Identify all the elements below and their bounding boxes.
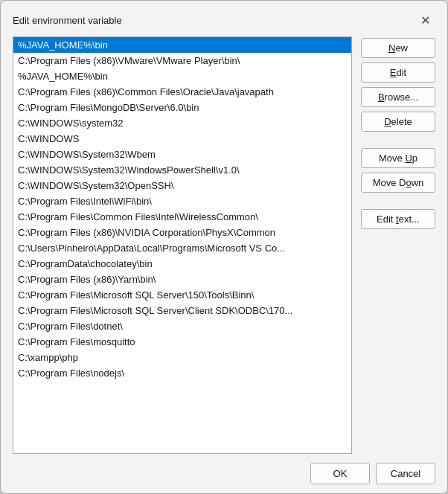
edit-button[interactable]: Edit bbox=[361, 62, 435, 83]
list-item[interactable]: C:\Program Files (x86)\Common Files\Orac… bbox=[13, 84, 351, 100]
move-up-button[interactable]: Move Up bbox=[361, 148, 435, 168]
list-item[interactable]: C:\Program Files\MongoDB\Server\6.0\bin bbox=[13, 100, 351, 115]
list-item[interactable]: C:\xampp\php bbox=[13, 350, 351, 365]
cancel-button[interactable]: Cancel bbox=[376, 463, 435, 484]
delete-button[interactable]: Delete bbox=[361, 112, 435, 132]
new-button[interactable]: New bbox=[361, 38, 435, 58]
list-item[interactable]: C:\Program Files\Common Files\Intel\Wire… bbox=[13, 209, 351, 225]
list-item[interactable]: C:\Program Files\mosquitto bbox=[13, 334, 351, 350]
buttons-panel: New Edit Browse... Delete Move Up Move D… bbox=[361, 36, 435, 454]
list-item[interactable]: C:\Program Files (x86)\VMware\VMware Pla… bbox=[13, 53, 351, 68]
list-item[interactable]: C:\WINDOWS\System32\OpenSSH\ bbox=[13, 178, 351, 193]
list-item[interactable]: C:\Program Files\Microsoft SQL Server\Cl… bbox=[13, 303, 351, 318]
browse-button[interactable]: Browse... bbox=[361, 87, 435, 107]
dialog-title: Edit environment variable bbox=[13, 15, 122, 26]
list-item[interactable]: C:\WINDOWS\System32\Wbem bbox=[13, 147, 351, 162]
list-item[interactable]: C:\WINDOWS\system32 bbox=[13, 115, 351, 131]
list-item[interactable]: C:\Program Files (x86)\NVIDIA Corporatio… bbox=[13, 225, 351, 240]
dialog-content: %JAVA_HOME%\binC:\Program Files (x86)\VM… bbox=[1, 36, 447, 454]
list-item[interactable]: C:\Program Files\Microsoft SQL Server\15… bbox=[13, 287, 351, 303]
list-item[interactable]: C:\Program Files\nodejs\ bbox=[13, 365, 351, 381]
list-item[interactable]: C:\ProgramData\chocolatey\bin bbox=[13, 256, 351, 272]
list-item[interactable]: %JAVA_HOME%\bin bbox=[13, 68, 351, 84]
list-item[interactable]: C:\Program Files\Intel\WiFi\bin\ bbox=[13, 193, 351, 209]
close-button[interactable]: ✕ bbox=[415, 10, 435, 31]
ok-button[interactable]: OK bbox=[310, 463, 370, 484]
list-item[interactable]: C:\WINDOWS\System32\WindowsPowerShell\v1… bbox=[13, 162, 351, 178]
env-variable-list[interactable]: %JAVA_HOME%\binC:\Program Files (x86)\VM… bbox=[13, 36, 352, 454]
list-item[interactable]: %JAVA_HOME%\bin bbox=[13, 37, 351, 53]
dialog-footer: OK Cancel bbox=[1, 454, 447, 493]
title-bar: Edit environment variable ✕ bbox=[1, 1, 447, 36]
list-item[interactable]: C:\Users\Pinheiro\AppData\Local\Programs… bbox=[13, 240, 351, 256]
edit-text-button[interactable]: Edit text... bbox=[361, 209, 435, 229]
list-item[interactable]: C:\Program Files\dotnet\ bbox=[13, 318, 351, 334]
list-item[interactable]: C:\WINDOWS bbox=[13, 131, 351, 147]
move-down-button[interactable]: Move Down bbox=[361, 173, 435, 193]
list-item[interactable]: C:\Program Files (x86)\Yarn\bin\ bbox=[13, 272, 351, 287]
dialog: Edit environment variable ✕ %JAVA_HOME%\… bbox=[0, 0, 448, 494]
